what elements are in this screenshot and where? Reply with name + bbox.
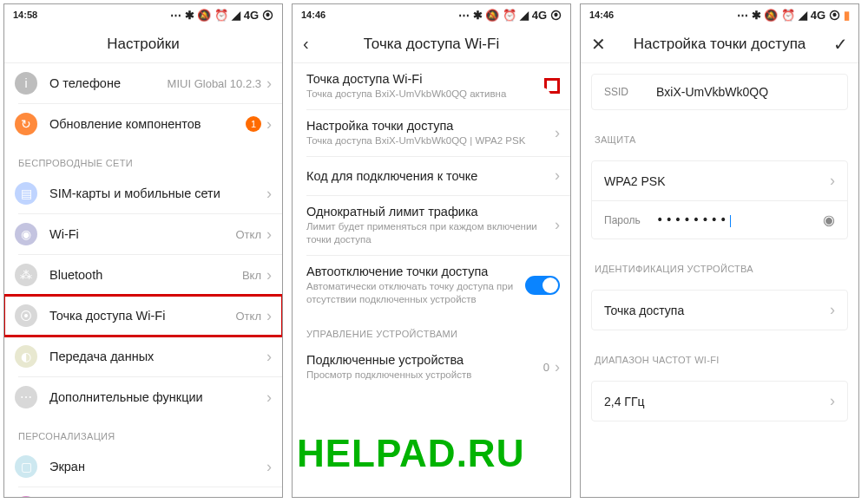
password-value: •••••••• [656, 212, 823, 226]
status-icons: ⋯ ✱ 🔕 ⏰ ◢4G⦿ [170, 9, 273, 22]
more-icon: ⋯ [15, 386, 37, 408]
appbar: Настройки [4, 25, 282, 63]
display-icon: ▢ [15, 455, 37, 478]
highlight-annotation [544, 78, 560, 94]
identification-value: Точка доступа [604, 304, 830, 317]
section-wireless: БЕСПРОВОДНЫЕ СЕТИ [4, 144, 282, 173]
appbar: ✕ Настройка точки доступа ✓ [581, 25, 858, 63]
pane-hotspot: 14:46 ⋯ ✱ 🔕 ⏰ ◢4G⦿ ‹ Точка доступа Wi-Fi… [292, 3, 571, 498]
row-value: Откл [236, 228, 262, 241]
status-bar: 14:46 ⋯ ✱ 🔕 ⏰ ◢4G⦿▮ [581, 4, 858, 25]
row-subtitle: Автоматически отключать точку доступа пр… [306, 280, 525, 306]
row-value: Откл [236, 310, 262, 323]
appbar: ‹ Точка доступа Wi-Fi [293, 25, 570, 63]
row-label: Код для подключения к точке [306, 169, 555, 183]
back-button[interactable]: ‹ [293, 25, 319, 62]
row-wallpaper[interactable]: Обои › [4, 487, 282, 497]
chevron-right-icon: › [266, 115, 272, 134]
bluetooth-icon: ⁂ [15, 264, 37, 286]
row-value: MIUI Global 10.2.3 [168, 77, 261, 90]
chevron-right-icon: › [266, 225, 272, 244]
row-about-phone[interactable]: i О телефоне MIUI Global 10.2.3 › [4, 63, 282, 103]
row-label: Подключенные устройства [306, 353, 543, 367]
row-label: Автоотключение точки доступа [306, 265, 525, 278]
security-card: WPA2 PSK › Пароль •••••••• ◉ [591, 160, 848, 239]
page-title: Точка доступа Wi-Fi [364, 36, 499, 53]
row-label: Передача данных [49, 349, 266, 363]
row-value: 0 [543, 361, 549, 374]
row-wifi-hotspot[interactable]: ⦿ Точка доступа Wi-Fi Откл › [4, 296, 282, 336]
row-label: Настройка точки доступа [306, 119, 555, 133]
wifi-icon: ◉ [15, 223, 37, 245]
band-card: 2,4 ГГц › [591, 381, 848, 421]
row-label: Дополнительные функции [49, 390, 266, 404]
password-field[interactable]: Пароль •••••••• ◉ [592, 201, 847, 238]
row-bluetooth[interactable]: ⁂ Bluetooth Вкл › [4, 255, 282, 295]
row-subtitle: Точка доступа BxiX-UmVkbWk0QQ | WPA2 PSK [306, 134, 555, 147]
chevron-right-icon: › [555, 358, 560, 376]
row-display[interactable]: ▢ Экран › [4, 447, 282, 487]
update-icon: ↻ [15, 113, 37, 135]
watermark-text: HELPAD.RU [297, 432, 524, 475]
chevron-right-icon: › [555, 216, 560, 234]
status-icons: ⋯ ✱ 🔕 ⏰ ◢4G⦿▮ [737, 9, 850, 22]
row-subtitle: Просмотр подключенных устройств [306, 369, 543, 382]
identification-field[interactable]: Точка доступа › [592, 291, 847, 330]
chevron-right-icon: › [266, 458, 272, 476]
row-wifi[interactable]: ◉ Wi-Fi Откл › [4, 214, 282, 254]
pane-settings: 14:58 ⋯ ✱ 🔕 ⏰ ◢4G⦿ Настройки i О телефон… [3, 3, 283, 498]
chevron-right-icon: › [830, 301, 835, 319]
row-subtitle: Точка доступа BxiX-UmVkbWk0QQ активна [306, 88, 544, 101]
chevron-right-icon: › [266, 75, 272, 93]
row-label: Wi-Fi [49, 227, 236, 241]
chevron-right-icon: › [830, 392, 835, 410]
row-label: Bluetooth [49, 268, 242, 282]
cancel-button[interactable]: ✕ [581, 25, 616, 62]
band-field[interactable]: 2,4 ГГц › [592, 382, 847, 421]
row-traffic-limit[interactable]: Однократный лимит трафика Лимит будет пр… [293, 196, 570, 255]
status-time: 14:46 [301, 10, 326, 20]
band-value: 2,4 ГГц [604, 395, 830, 408]
security-type-field[interactable]: WPA2 PSK › [592, 161, 847, 200]
pane-config-hotspot: 14:46 ⋯ ✱ 🔕 ⏰ ◢4G⦿▮ ✕ Настройка точки до… [580, 3, 859, 498]
ssid-value: BxiX-UmVkbWk0QQ [656, 85, 835, 99]
status-time: 14:46 [589, 10, 614, 20]
config-form: SSID BxiX-UmVkbWk0QQ ЗАЩИТА WPA2 PSK › П… [581, 63, 858, 497]
eye-icon[interactable]: ◉ [823, 212, 835, 228]
row-more-functions[interactable]: ⋯ Дополнительные функции › [4, 377, 282, 417]
sim-icon: ▤ [15, 182, 37, 205]
row-data-usage[interactable]: ◐ Передача данных › [4, 336, 282, 376]
row-hotspot-enable[interactable]: Точка доступа Wi-Fi Точка доступа BxiX-U… [293, 63, 570, 109]
chevron-right-icon: › [555, 124, 560, 142]
row-update-components[interactable]: ↻ Обновление компонентов 1 › [4, 104, 282, 144]
row-value: Вкл [242, 269, 261, 282]
section-security: ЗАЩИТА [581, 121, 858, 150]
status-bar: 14:58 ⋯ ✱ 🔕 ⏰ ◢4G⦿ [4, 4, 282, 25]
page-title: Настройки [107, 36, 179, 53]
data-icon: ◐ [15, 345, 37, 368]
section-personalization: ПЕРСОНАЛИЗАЦИЯ [4, 417, 282, 447]
row-auto-off[interactable]: Автоотключение точки доступа Автоматичес… [293, 256, 570, 315]
row-sim-cards[interactable]: ▤ SIM-карты и мобильные сети › [4, 173, 282, 213]
row-label: Точка доступа Wi-Fi [306, 72, 544, 86]
security-type-value: WPA2 PSK [604, 174, 830, 188]
ssid-label: SSID [604, 86, 656, 98]
chevron-right-icon: › [266, 307, 272, 325]
section-device-mgmt: УПРАВЛЕНИЕ УСТРОЙСТВАМИ [293, 315, 570, 344]
section-band: ДИАПАЗОН ЧАСТОТ WI-FI [581, 341, 858, 370]
row-label: Точка доступа Wi-Fi [49, 309, 236, 323]
status-bar: 14:46 ⋯ ✱ 🔕 ⏰ ◢4G⦿ [293, 4, 570, 25]
ssid-field[interactable]: SSID BxiX-UmVkbWk0QQ [592, 75, 847, 109]
settings-list: i О телефоне MIUI Global 10.2.3 › ↻ Обно… [4, 63, 282, 497]
update-badge: 1 [246, 116, 261, 132]
row-connected-devices[interactable]: Подключенные устройства Просмотр подключ… [293, 344, 570, 390]
row-qr-code[interactable]: Код для подключения к точке › [293, 157, 570, 195]
row-label: Однократный лимит трафика [306, 205, 555, 219]
status-time: 14:58 [13, 10, 37, 20]
row-hotspot-config[interactable]: Настройка точки доступа Точка доступа Bx… [293, 110, 570, 156]
chevron-right-icon: › [830, 172, 835, 190]
confirm-button[interactable]: ✓ [823, 25, 858, 62]
autooff-toggle[interactable] [525, 276, 560, 295]
row-subtitle: Лимит будет применяться при каждом включ… [306, 220, 555, 246]
chevron-right-icon: › [555, 167, 560, 185]
